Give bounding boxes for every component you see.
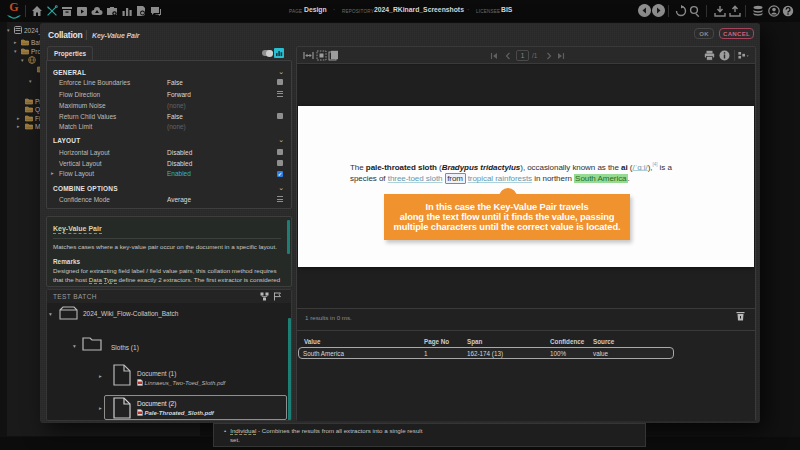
- diagnostics-icon[interactable]: [274, 48, 284, 58]
- chevron-down-icon[interactable]: ⌄: [278, 68, 284, 76]
- expander-icon[interactable]: ▸: [14, 40, 19, 45]
- pages-icon[interactable]: [328, 50, 339, 61]
- three-toed-sloth-link[interactable]: three-toed sloth: [388, 174, 443, 183]
- chat-icon[interactable]: [150, 5, 162, 17]
- database-icon[interactable]: [752, 5, 764, 17]
- checkbox-checked-icon[interactable]: ✓: [277, 171, 283, 177]
- back-icon[interactable]: [638, 4, 651, 17]
- section-layout[interactable]: LAYOUT ⌄: [47, 136, 291, 146]
- help-icon[interactable]: [782, 5, 794, 17]
- forward-icon[interactable]: [652, 4, 665, 17]
- batch-root-label[interactable]: 2024_Wiki_Flow-Collation_Batch: [83, 310, 178, 317]
- flag-icon[interactable]: [273, 292, 282, 301]
- individual-link[interactable]: Individual: [230, 427, 256, 435]
- design-tools-icon[interactable]: [46, 5, 58, 17]
- section-general[interactable]: GENERAL ⌄: [47, 68, 291, 78]
- select-region-icon[interactable]: [316, 50, 327, 61]
- column-header-confidence[interactable]: Confidence: [550, 338, 584, 345]
- property-value[interactable]: False: [167, 113, 183, 120]
- expander-icon[interactable]: ▸: [17, 124, 22, 129]
- property-value[interactable]: Disabled: [167, 149, 192, 156]
- document-name[interactable]: Document (1): [137, 370, 176, 377]
- property-value[interactable]: False: [167, 79, 183, 86]
- tropical-rainforests-link[interactable]: tropical rainforests: [468, 174, 532, 183]
- scrollbar-thumb[interactable]: [287, 220, 290, 254]
- checkbox-unchecked-icon[interactable]: [277, 149, 283, 155]
- search-icon[interactable]: [689, 5, 701, 17]
- property-value[interactable]: (none): [167, 123, 186, 130]
- property-value[interactable]: Enabled: [167, 170, 191, 177]
- property-row[interactable]: Flow Direction Forward: [47, 90, 291, 100]
- property-row[interactable]: Maximum Noise (none): [47, 101, 291, 111]
- expander-icon[interactable]: ▾: [21, 58, 26, 63]
- tab-properties[interactable]: Properties: [47, 46, 93, 60]
- page-value[interactable]: Design: [304, 6, 327, 13]
- selected-document-row[interactable]: [104, 395, 287, 420]
- help-title-link[interactable]: Key-Value Pair: [53, 225, 102, 234]
- download-icon[interactable]: [714, 5, 726, 17]
- ipa-link[interactable]: /ˈɑːi/: [632, 162, 647, 171]
- property-value[interactable]: (none): [167, 102, 186, 109]
- app-logo[interactable]: G: [7, 1, 21, 14]
- column-header-span[interactable]: Span: [467, 338, 482, 345]
- expander-icon[interactable]: ▾: [7, 28, 12, 33]
- dropdown-lines-icon[interactable]: [277, 196, 283, 202]
- document-page[interactable]: The pale-throated sloth (Bradypus tridac…: [298, 106, 754, 267]
- property-row[interactable]: Return Child Values False: [47, 112, 291, 122]
- batch-folder-label[interactable]: Sloths (1): [111, 344, 139, 351]
- upload-icon[interactable]: [729, 5, 741, 17]
- property-row[interactable]: Confidence Mode Average: [47, 195, 291, 205]
- info-icon[interactable]: [719, 50, 730, 61]
- last-page-icon[interactable]: [557, 52, 565, 60]
- property-value[interactable]: Forward: [167, 91, 191, 98]
- chevron-down-icon[interactable]: ⌄: [278, 184, 284, 192]
- expander-icon[interactable]: ▸: [99, 405, 105, 411]
- toolbox-icon[interactable]: [106, 5, 118, 17]
- expander-icon[interactable]: ▸: [17, 116, 22, 121]
- expander-icon[interactable]: ▾: [49, 311, 55, 317]
- chevron-down-icon[interactable]: ⌄: [278, 136, 284, 144]
- dropdown-lines-icon[interactable]: [277, 91, 283, 97]
- expander-icon[interactable]: ▸: [99, 373, 105, 379]
- checkbox-unchecked-icon[interactable]: [277, 113, 283, 119]
- cloud-upload-icon[interactable]: [91, 5, 103, 17]
- property-row[interactable]: Enforce Line Boundaries False: [47, 78, 291, 88]
- prev-page-icon[interactable]: [504, 52, 512, 60]
- expander-icon[interactable]: ▾: [14, 49, 19, 54]
- column-header-source[interactable]: Source: [593, 338, 614, 345]
- column-header-pageno[interactable]: Page No: [424, 338, 449, 345]
- section-combine-options[interactable]: COMBINE OPTIONS ⌄: [47, 184, 291, 194]
- expander-icon[interactable]: ▸: [51, 170, 54, 176]
- trash-icon[interactable]: [736, 311, 745, 321]
- batches-icon[interactable]: [61, 5, 73, 17]
- column-header-value[interactable]: Value: [304, 338, 320, 345]
- hierarchy-icon[interactable]: [260, 292, 269, 301]
- property-row[interactable]: Horizontal Layout Disabled: [47, 148, 291, 158]
- first-page-icon[interactable]: [490, 52, 498, 60]
- document-viewer[interactable]: The pale-throated sloth (Bradypus tridac…: [297, 65, 755, 308]
- home-icon[interactable]: [31, 5, 43, 17]
- document-name[interactable]: Document (2): [137, 400, 176, 407]
- checkbox-unchecked-icon[interactable]: [277, 160, 283, 166]
- property-row[interactable]: Match Limit (none): [47, 122, 291, 132]
- media-box-icon[interactable]: [76, 5, 88, 17]
- print-icon[interactable]: [704, 50, 715, 61]
- view-mode-icon[interactable]: [738, 50, 753, 61]
- page-number-input[interactable]: 1: [516, 50, 529, 61]
- cancel-button[interactable]: CANCEL: [719, 28, 754, 39]
- document-search-icon[interactable]: [135, 5, 147, 17]
- expander-icon[interactable]: ▾: [29, 79, 34, 84]
- next-page-icon[interactable]: [545, 52, 553, 60]
- user-icon[interactable]: [768, 5, 780, 17]
- fit-width-icon[interactable]: [303, 50, 314, 61]
- refresh-icon[interactable]: [675, 5, 687, 17]
- ok-button[interactable]: OK: [694, 28, 714, 39]
- property-value[interactable]: Disabled: [167, 160, 192, 167]
- data-type-link[interactable]: Data Type: [89, 276, 117, 284]
- repository-value[interactable]: 2024_RKinard_Screenshots: [374, 6, 464, 13]
- expander-icon[interactable]: ▾: [73, 343, 79, 349]
- property-value[interactable]: Average: [167, 196, 191, 203]
- stats-icon[interactable]: [121, 5, 133, 17]
- property-row[interactable]: Vertical Layout Disabled: [47, 159, 291, 169]
- properties-toggle[interactable]: [262, 50, 273, 56]
